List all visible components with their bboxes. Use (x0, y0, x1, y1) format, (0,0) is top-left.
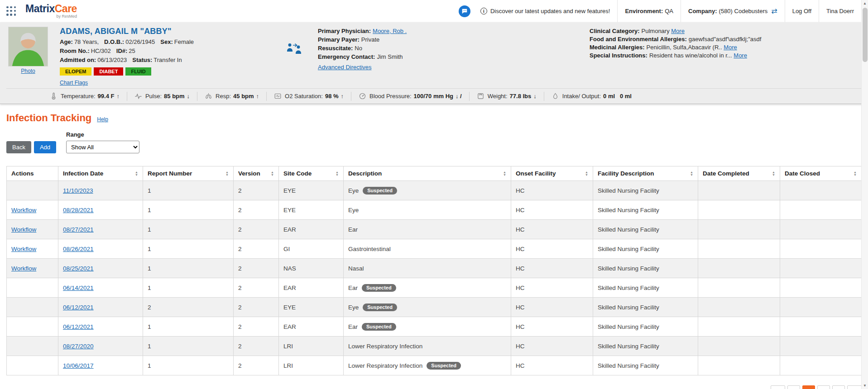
page-button[interactable]: > (832, 385, 845, 389)
back-button[interactable]: Back (6, 141, 31, 153)
add-button[interactable]: Add (34, 141, 56, 153)
scrollbar-down-arrow[interactable]: ▼ (862, 382, 868, 389)
sort-icon[interactable]: ▲▼ (585, 171, 588, 176)
workflow-link[interactable]: Workflow (11, 265, 36, 272)
vital-item: Temperature:99.4 F↑ (50, 92, 127, 101)
vertical-scrollbar[interactable]: ▲ ▼ (861, 0, 868, 389)
info-label: Status: (132, 57, 152, 63)
actions-cell: Workflow (7, 220, 58, 239)
column-header-date-completed[interactable]: Date Completed▲▼ (698, 166, 780, 181)
sort-icon[interactable]: ▲▼ (336, 171, 339, 176)
description-cell: Gastrointestinal (344, 239, 511, 259)
sort-icon[interactable]: ▲▼ (690, 171, 693, 176)
company-value: (580) Codebusters (719, 8, 768, 14)
column-header-inner: Date Closed▲▼ (785, 170, 857, 177)
infection-date-cell: 08/26/2021 (58, 239, 143, 259)
matrixcare-logo[interactable]: MatrixCare by ResMed (25, 4, 77, 19)
sort-icon[interactable]: ▲▼ (225, 171, 229, 176)
environment-label: Environment: (625, 8, 663, 14)
company-switcher[interactable]: Company: (580) Codebusters ⇄ (681, 0, 785, 22)
o2-icon (274, 92, 282, 100)
infection-date-link[interactable]: 10/06/2017 (63, 362, 94, 369)
infection-date-cell: 08/25/2021 (58, 259, 143, 278)
column-header-onset-facility[interactable]: Onset Facility▲▼ (511, 166, 593, 181)
description-text: Nasal (348, 265, 364, 272)
more-link[interactable]: More (734, 52, 747, 59)
advanced-directives-link[interactable]: Advanced Directives (318, 64, 372, 71)
infection-date-link[interactable]: 06/12/2021 (63, 304, 94, 311)
clinical-label: Medicinal Allergies: (590, 44, 645, 51)
date-closed-cell (780, 239, 862, 259)
column-header-site-code[interactable]: Site Code▲▼ (279, 166, 344, 181)
sort-icon[interactable]: ▲▼ (854, 171, 857, 176)
chat-bubble-icon[interactable] (459, 5, 470, 17)
help-link[interactable]: Help (97, 116, 108, 123)
workflow-link[interactable]: Workflow (11, 207, 36, 213)
vital-value: 85 bpm (164, 93, 185, 100)
info-label: ID#: (116, 47, 128, 54)
page-button[interactable]: << (771, 385, 785, 389)
report-number-cell: 2 (143, 298, 234, 317)
column-header-label: Onset Facility (516, 170, 556, 177)
more-link[interactable]: More (671, 28, 685, 34)
info-label: Admitted on: (60, 57, 96, 63)
description-text: Eye (348, 187, 359, 194)
date-completed-cell (698, 317, 780, 337)
report-number-cell: 1 (143, 239, 234, 259)
infection-date-link[interactable]: 06/14/2021 (63, 285, 94, 291)
column-header-label: Site Code (283, 170, 312, 177)
patient-name-link[interactable]: ADAMS, ABIGAIL M "ABBY" (60, 27, 172, 36)
company-label: Company: (688, 8, 717, 14)
scrollbar-thumb[interactable] (863, 8, 868, 62)
infection-date-link[interactable]: 11/10/2023 (63, 187, 93, 194)
transfer-resident-icon[interactable] (286, 48, 302, 56)
column-header-report-number[interactable]: Report Number▲▼ (143, 166, 234, 181)
onset-facility-cell: HC (511, 220, 593, 239)
switch-company-icon[interactable]: ⇄ (771, 7, 777, 15)
controls-row: Back Add Range Show All (6, 131, 862, 153)
sort-icon[interactable]: ▲▼ (772, 171, 775, 176)
photo-link[interactable]: Photo (21, 68, 35, 74)
chart-flags-link[interactable]: Chart Flags (60, 80, 88, 86)
primary-physician-link[interactable]: Moore, Rob . (373, 28, 407, 34)
column-header-facility-description[interactable]: Facility Description▲▼ (593, 166, 698, 181)
info-value: 78 Years, (74, 38, 99, 45)
infection-date-link[interactable]: 08/25/2021 (63, 265, 94, 272)
page-button[interactable]: 2 (817, 385, 830, 389)
date-closed-cell (780, 298, 862, 317)
infection-date-link[interactable]: 08/26/2021 (63, 246, 94, 252)
range-select[interactable]: Show All (66, 141, 139, 153)
scrollbar-up-arrow[interactable]: ▲ (862, 0, 868, 7)
infection-date-link[interactable]: 08/28/2021 (63, 207, 94, 213)
workflow-link[interactable]: Workflow (11, 246, 36, 252)
more-link[interactable]: More (724, 44, 737, 51)
column-header-date-closed[interactable]: Date Closed▲▼ (780, 166, 862, 181)
sort-icon[interactable]: ▲▼ (271, 171, 274, 176)
user-menu[interactable]: Tina Doerr (819, 0, 861, 22)
page-button[interactable]: >> (847, 385, 862, 389)
vital-trend-arrow: ↓ / (456, 93, 462, 100)
vital-trend-arrow: ↓ (533, 93, 537, 100)
top-bar: MatrixCare by ResMed i Discover our late… (0, 0, 861, 22)
page-button[interactable]: < (787, 385, 800, 389)
column-header-description[interactable]: Description▲▼ (344, 166, 511, 181)
description-text: Gastrointestinal (348, 246, 391, 252)
infection-date-link[interactable]: 06/12/2021 (63, 323, 94, 330)
column-header-infection-date[interactable]: Infection Date▲▼ (58, 166, 143, 181)
vital-label: Resp: (216, 93, 231, 100)
column-header-version[interactable]: Version▲▼ (234, 166, 279, 181)
description-cell: Nasal (344, 259, 511, 278)
sort-icon[interactable]: ▲▼ (135, 171, 138, 176)
infection-date-link[interactable]: 08/27/2020 (63, 343, 94, 350)
page-button[interactable]: 1 (802, 385, 815, 389)
date-closed-cell (780, 181, 862, 200)
log-off-button[interactable]: Log Off (785, 0, 819, 22)
infection-date-link[interactable]: 08/27/2021 (63, 226, 94, 233)
date-completed-cell (698, 356, 780, 375)
sort-icon[interactable]: ▲▼ (503, 171, 506, 176)
apps-grid-icon[interactable] (6, 6, 16, 16)
vital-label: Pulse: (145, 93, 162, 100)
table-row: Workflow08/25/202112NASNasalHCSkilled Nu… (7, 259, 862, 278)
care-team-label: Resuscitate: (318, 45, 353, 52)
workflow-link[interactable]: Workflow (11, 226, 36, 233)
